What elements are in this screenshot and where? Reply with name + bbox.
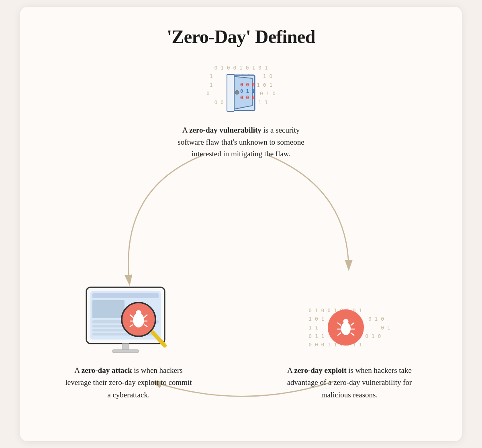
door-icon: 0 0 0 0 1 1 0 0 0 [217, 70, 265, 120]
svg-point-18 [136, 310, 141, 316]
svg-rect-1 [227, 74, 234, 111]
exploit-description: A zero-day exploit is when hackers take … [285, 364, 414, 401]
page-title: 'Zero-Day' Defined [44, 26, 438, 47]
vulnerability-term: zero-day vulnerability [189, 126, 261, 134]
svg-text:0 0 0: 0 0 0 [240, 82, 255, 88]
svg-line-34 [351, 333, 354, 335]
vulnerability-description: A zero-day vulnerability is a security s… [173, 124, 309, 160]
svg-text:0 1 1: 0 1 1 [240, 88, 255, 94]
main-card: 'Zero-Day' Defined 0 1 0 0 1 0 1 0 1 1 0… [20, 7, 462, 441]
exploit-term: zero-day exploit [294, 366, 346, 374]
svg-point-2 [235, 90, 239, 94]
svg-line-32 [351, 323, 354, 325]
svg-line-29 [337, 323, 341, 325]
exploit-icon-wrapper: 0 1 0 0 1 0 1 0 1 1 0 1 0 1 0 1 1 0 1 0 … [300, 302, 398, 353]
attack-description: A zero-day attack is when hackers levera… [64, 364, 193, 401]
svg-rect-9 [92, 300, 125, 318]
svg-rect-8 [92, 293, 159, 298]
attack-term: zero-day attack [82, 366, 132, 374]
svg-text:0 0 0: 0 0 0 [240, 95, 255, 100]
bug-icon [328, 309, 364, 346]
svg-line-31 [337, 333, 341, 335]
svg-point-28 [343, 319, 348, 324]
svg-rect-15 [112, 350, 139, 353]
monitor-icon [80, 283, 177, 357]
svg-point-27 [341, 322, 351, 335]
